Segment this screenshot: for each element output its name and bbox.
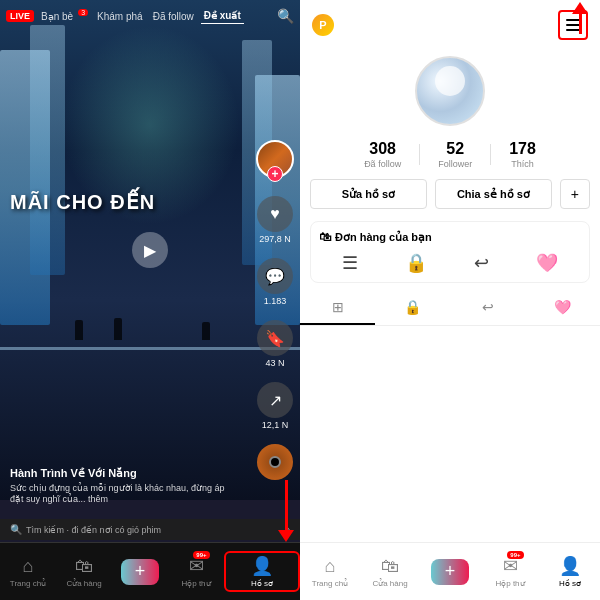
- feed-nav-dafollow[interactable]: Đã follow: [150, 9, 197, 24]
- left-panel: LIVE Bạn bè 3 Khám phá Đã follow Đề xuất…: [0, 0, 300, 600]
- follower-value: 52: [446, 140, 464, 158]
- avatar-bubble: [435, 66, 465, 96]
- edit-profile-button[interactable]: Sửa hồ sơ: [310, 179, 427, 209]
- thich-label: Thích: [511, 159, 534, 169]
- profile-avatar: [415, 56, 485, 126]
- like-icon[interactable]: ♥: [257, 196, 293, 232]
- music-disc-icon[interactable]: [257, 444, 293, 480]
- profile-nav-add[interactable]: +: [420, 559, 480, 585]
- follower-label: Follower: [438, 159, 472, 169]
- profile-inbox-badge-wrapper: ✉ 99+: [503, 555, 518, 577]
- arrow-line: [285, 480, 288, 530]
- profile-nav-cua-hang[interactable]: 🛍 Cửa hàng: [360, 556, 420, 588]
- profile-add-icon[interactable]: +: [431, 559, 469, 585]
- home-icon: ⌂: [23, 556, 34, 577]
- comment-count: 1.183: [264, 296, 287, 306]
- feed-video-background: MÃI CHO ĐẾN ▶: [0, 0, 300, 500]
- order-lock-icon[interactable]: 🔒: [405, 252, 427, 274]
- bookmark-group[interactable]: 🔖 43 N: [257, 320, 293, 368]
- top-arrow-line: [579, 14, 582, 34]
- top-red-arrow: [572, 2, 588, 34]
- profile-topbar: P: [300, 0, 600, 46]
- add-icon[interactable]: +: [121, 559, 159, 585]
- profile-inbox-icon: ✉: [503, 556, 518, 576]
- order-list-icon[interactable]: ☰: [342, 252, 358, 274]
- orders-title: 🛍 Đơn hàng của bạn: [319, 230, 581, 244]
- share-profile-button[interactable]: Chia sẻ hồ sơ: [435, 179, 552, 209]
- arrow-head: [278, 530, 294, 542]
- like-group[interactable]: ♥ 297,8 N: [257, 196, 293, 244]
- top-arrow-head: [572, 2, 588, 14]
- add-friend-button[interactable]: +: [560, 179, 590, 209]
- p-badge: P: [312, 14, 334, 36]
- share-icon[interactable]: ↗: [257, 382, 293, 418]
- video-title: MÃI CHO ĐẾN: [10, 190, 155, 214]
- creator-avatar[interactable]: +: [256, 140, 294, 178]
- search-icon-small: 🔍: [10, 524, 22, 535]
- tab-lock[interactable]: 🔒: [375, 291, 450, 325]
- feed-nav-badge: 3: [78, 9, 88, 16]
- profile-actions: Sửa hồ sơ Chia sẻ hồ sơ +: [300, 175, 600, 217]
- song-title: Hành Trình Về Với Nắng: [10, 467, 240, 480]
- play-button[interactable]: ▶: [132, 232, 168, 268]
- orders-icon: 🛍: [319, 230, 331, 244]
- profile-bottom-nav: ⌂ Trang chủ 🛍 Cửa hàng + ✉ 99+ Hộp thư 👤…: [300, 542, 600, 600]
- stat-da-follow[interactable]: 308 Đã follow: [346, 140, 419, 169]
- nav-trang-chu[interactable]: ⌂ Trang chủ: [0, 552, 56, 592]
- tab-grid[interactable]: ⊞: [300, 291, 375, 325]
- feed-sidebar-icons: + ♥ 297,8 N 💬 1.183 🔖 43 N ↗ 12,1 N: [256, 140, 294, 480]
- music-disc-group[interactable]: [257, 444, 293, 480]
- profile-avatar-section: [300, 46, 600, 134]
- follow-plus-badge[interactable]: +: [267, 166, 283, 182]
- order-heart-icon[interactable]: 🩷: [536, 252, 558, 274]
- feed-bottom-info: Hành Trình Về Với Nắng Sức chịu đựng của…: [0, 461, 250, 512]
- profile-nav-hop-thu[interactable]: ✉ 99+ Hộp thư: [480, 555, 540, 588]
- profile-nav-ho-so[interactable]: 👤 Hồ sơ: [540, 555, 600, 588]
- search-icon[interactable]: 🔍: [277, 8, 294, 24]
- nav-hop-thu[interactable]: ✉ 99+ Hộp thư: [168, 551, 224, 592]
- nav-label-trang-chu: Trang chủ: [10, 579, 46, 588]
- live-badge[interactable]: LIVE: [6, 10, 34, 22]
- bookmark-count: 43 N: [265, 358, 284, 368]
- nav-cua-hang[interactable]: 🛍 Cửa hàng: [56, 552, 112, 592]
- profile-nav-trang-chu[interactable]: ⌂ Trang chủ: [300, 556, 360, 588]
- nav-label-ho-so: Hồ sơ: [251, 579, 273, 588]
- profile-nav-label-inbox: Hộp thư: [495, 579, 524, 588]
- like-count: 297,8 N: [259, 234, 291, 244]
- profile-topbar-left: P: [312, 14, 334, 36]
- profile-inbox-badge: 99+: [507, 551, 523, 559]
- feed-search-bar[interactable]: 🔍 Tìm kiếm · đi đến nơi có gió phim ›: [0, 519, 300, 540]
- feed-nav-bande[interactable]: Bạn bè: [38, 9, 76, 24]
- profile-tabs: ⊞ 🔒 ↩ 🩷: [300, 291, 600, 326]
- feed-nav-dexuat[interactable]: Đề xuất: [201, 8, 244, 24]
- shop-icon: 🛍: [75, 556, 93, 577]
- profile-nav-label-shop: Cửa hàng: [372, 579, 407, 588]
- share-group[interactable]: ↗ 12,1 N: [257, 382, 293, 430]
- nav-label-cua-hang: Cửa hàng: [66, 579, 101, 588]
- tab-liked[interactable]: 🩷: [525, 291, 600, 325]
- thich-value: 178: [509, 140, 536, 158]
- profile-home-icon: ⌂: [325, 556, 336, 577]
- stat-follower[interactable]: 52 Follower: [420, 140, 490, 169]
- profile-icon: 👤: [251, 555, 273, 577]
- nav-add[interactable]: +: [112, 555, 168, 589]
- profile-nav-label-profile: Hồ sơ: [559, 579, 581, 588]
- tab-repost[interactable]: ↩: [450, 291, 525, 325]
- feed-nav-khampHa[interactable]: Khám phá: [94, 9, 146, 24]
- comment-group[interactable]: 💬 1.183: [257, 258, 293, 306]
- inbox-badge: 99+: [193, 551, 209, 559]
- comment-icon[interactable]: 💬: [257, 258, 293, 294]
- orders-icons-row: ☰ 🔒 ↩ 🩷: [319, 252, 581, 274]
- bookmark-icon[interactable]: 🔖: [257, 320, 293, 356]
- right-panel: P 308 Đã follow 52 Follower 178 Thíc: [300, 0, 600, 600]
- stat-thich[interactable]: 178 Thích: [491, 140, 554, 169]
- search-text: Tìm kiếm · đi đến nơi có gió phim: [26, 525, 283, 535]
- creator-avatar-group[interactable]: +: [256, 140, 294, 182]
- order-return-icon[interactable]: ↩: [474, 252, 489, 274]
- nav-ho-so[interactable]: 👤 Hồ sơ: [224, 551, 300, 592]
- da-follow-label: Đã follow: [364, 159, 401, 169]
- feed-bottom-nav: ⌂ Trang chủ 🛍 Cửa hàng + ✉ 99+ Hộp thư 👤…: [0, 542, 300, 600]
- red-arrow-indicator: [278, 480, 294, 542]
- profile-orders: 🛍 Đơn hàng của bạn ☰ 🔒 ↩ 🩷: [310, 221, 590, 283]
- share-count: 12,1 N: [262, 420, 289, 430]
